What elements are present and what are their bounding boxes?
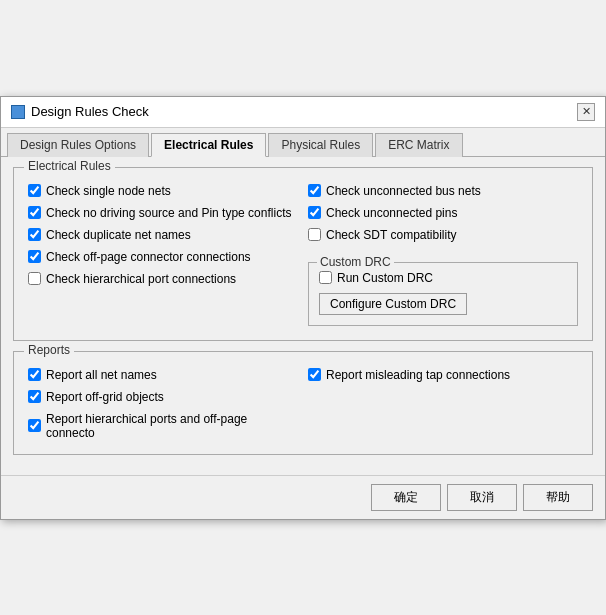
electrical-rules-group: Electrical Rules Check single node nets … [13,167,593,341]
check-hierarchical-port-label[interactable]: Check hierarchical port connections [46,272,236,286]
check-unconnected-pins-label[interactable]: Check unconnected pins [326,206,457,220]
report-all-net-names-label[interactable]: Report all net names [46,368,157,382]
window-icon [11,105,25,119]
check-unconnected-bus-label[interactable]: Check unconnected bus nets [326,184,481,198]
reports-label: Reports [24,343,74,357]
electrical-rules-right-col: Check unconnected bus nets Check unconne… [308,184,578,326]
check-sdt-compatibility-checkbox[interactable] [308,228,321,241]
check-single-node-nets-label[interactable]: Check single node nets [46,184,171,198]
check-duplicate-net-names-row: Check duplicate net names [28,228,298,242]
check-unconnected-pins-checkbox[interactable] [308,206,321,219]
footer: 确定 取消 帮助 [1,475,605,519]
check-no-driving-source-row: Check no driving source and Pin type con… [28,206,298,220]
reports-left-col: Report all net names Report off-grid obj… [28,368,298,440]
reports-group: Reports Report all net names Report off-… [13,351,593,455]
help-button[interactable]: 帮助 [523,484,593,511]
title-bar-left: Design Rules Check [11,104,149,119]
report-hierarchical-ports-label[interactable]: Report hierarchical ports and off-page c… [46,412,298,440]
check-off-page-connector-label[interactable]: Check off-page connector connections [46,250,251,264]
configure-custom-drc-button[interactable]: Configure Custom DRC [319,293,467,315]
check-unconnected-bus-row: Check unconnected bus nets [308,184,578,198]
reports-right-col: Report misleading tap connections [308,368,578,440]
check-duplicate-net-names-label[interactable]: Check duplicate net names [46,228,191,242]
check-hierarchical-port-checkbox[interactable] [28,272,41,285]
check-no-driving-source-checkbox[interactable] [28,206,41,219]
cancel-button[interactable]: 取消 [447,484,517,511]
check-unconnected-pins-row: Check unconnected pins [308,206,578,220]
tab-erc-matrix[interactable]: ERC Matrix [375,133,462,157]
report-misleading-tap-row: Report misleading tap connections [308,368,578,382]
report-hierarchical-ports-checkbox[interactable] [28,419,41,432]
window-title: Design Rules Check [31,104,149,119]
electrical-rules-label: Electrical Rules [24,159,115,173]
tab-electrical-rules[interactable]: Electrical Rules [151,133,266,157]
tab-design-rules-options[interactable]: Design Rules Options [7,133,149,157]
check-off-page-connector-checkbox[interactable] [28,250,41,263]
report-all-net-names-checkbox[interactable] [28,368,41,381]
confirm-button[interactable]: 确定 [371,484,441,511]
report-off-grid-objects-label[interactable]: Report off-grid objects [46,390,164,404]
check-sdt-compatibility-row: Check SDT compatibility [308,228,578,242]
run-custom-drc-row: Run Custom DRC [319,271,567,285]
tab-bar: Design Rules Options Electrical Rules Ph… [1,128,605,157]
report-misleading-tap-checkbox[interactable] [308,368,321,381]
close-button[interactable]: ✕ [577,103,595,121]
report-off-grid-objects-row: Report off-grid objects [28,390,298,404]
report-all-net-names-row: Report all net names [28,368,298,382]
run-custom-drc-checkbox[interactable] [319,271,332,284]
electrical-rules-section: Check single node nets Check no driving … [28,184,578,326]
reports-section: Report all net names Report off-grid obj… [28,368,578,440]
report-misleading-tap-label[interactable]: Report misleading tap connections [326,368,510,382]
title-bar: Design Rules Check ✕ [1,97,605,128]
run-custom-drc-label[interactable]: Run Custom DRC [337,271,433,285]
main-content: Electrical Rules Check single node nets … [1,157,605,475]
check-single-node-nets-row: Check single node nets [28,184,298,198]
custom-drc-group: Custom DRC Run Custom DRC Configure Cust… [308,262,578,326]
electrical-rules-left-col: Check single node nets Check no driving … [28,184,298,326]
check-off-page-connector-row: Check off-page connector connections [28,250,298,264]
check-no-driving-source-label[interactable]: Check no driving source and Pin type con… [46,206,291,220]
check-sdt-compatibility-label[interactable]: Check SDT compatibility [326,228,457,242]
check-hierarchical-port-row: Check hierarchical port connections [28,272,298,286]
tab-physical-rules[interactable]: Physical Rules [268,133,373,157]
report-hierarchical-ports-row: Report hierarchical ports and off-page c… [28,412,298,440]
report-off-grid-objects-checkbox[interactable] [28,390,41,403]
check-unconnected-bus-checkbox[interactable] [308,184,321,197]
custom-drc-label: Custom DRC [317,255,394,269]
main-window: Design Rules Check ✕ Design Rules Option… [0,96,606,520]
check-duplicate-net-names-checkbox[interactable] [28,228,41,241]
check-single-node-nets-checkbox[interactable] [28,184,41,197]
